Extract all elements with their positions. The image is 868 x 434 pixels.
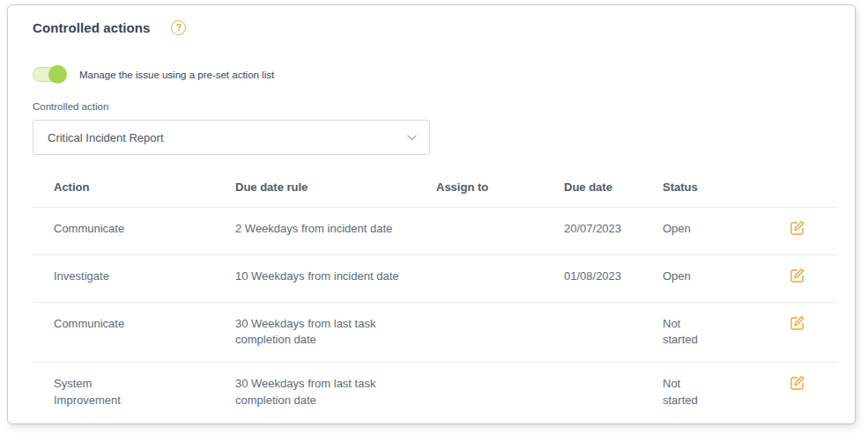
cell-due-date-rule: 10 Weekdays from incident date: [235, 254, 436, 302]
cell-due-date: 01/08/2023: [564, 254, 663, 302]
toggle-row: Manage the issue using a pre-set action …: [33, 67, 835, 82]
table-row: Communicate 2 Weekdays from incident dat…: [33, 207, 838, 254]
cell-assign-to: [436, 254, 564, 302]
cell-status: Open: [663, 207, 738, 254]
page-title: Controlled actions: [33, 20, 150, 35]
cell-action: Investigate: [33, 254, 235, 302]
col-header-action: Action: [33, 166, 235, 207]
edit-action-button[interactable]: [789, 219, 805, 236]
cell-action: Communicate: [33, 302, 235, 363]
cell-edit: [738, 207, 838, 254]
table-row: System Improvement 30 Weekdays from last…: [33, 363, 838, 423]
edit-icon: [789, 219, 805, 236]
edit-action-button[interactable]: [789, 314, 805, 331]
edit-action-button[interactable]: [789, 374, 805, 391]
cell-assign-to: [436, 302, 564, 363]
cell-action: System Improvement: [33, 363, 235, 423]
cell-status: Open: [663, 254, 738, 302]
edit-icon: [789, 374, 805, 391]
col-header-status: Status: [663, 166, 738, 207]
cell-due-date: 20/07/2023: [564, 207, 663, 254]
help-circle-icon[interactable]: ?: [171, 20, 186, 35]
panel-header: Controlled actions ?: [33, 20, 835, 35]
chevron-down-icon: [407, 135, 417, 141]
cell-assign-to: [436, 363, 564, 423]
cell-edit: [738, 363, 838, 423]
selected-value: Critical Incident Report: [48, 131, 164, 144]
cell-status: Not started: [663, 302, 738, 363]
controlled-actions-panel: Controlled actions ? Manage the issue us…: [7, 4, 856, 424]
controlled-action-label: Controlled action: [33, 101, 835, 112]
cell-edit: [738, 254, 838, 302]
preset-action-list-toggle[interactable]: [33, 67, 66, 82]
cell-status: Not started: [663, 363, 738, 423]
cell-action: Communicate: [33, 207, 235, 254]
actions-table: Action Due date rule Assign to Due date …: [33, 166, 838, 423]
col-header-due-date: Due date: [564, 166, 663, 207]
table-row: Investigate 10 Weekdays from incident da…: [33, 254, 838, 302]
cell-due-date-rule: 2 Weekdays from incident date: [235, 207, 436, 254]
toggle-label: Manage the issue using a pre-set action …: [79, 70, 274, 80]
col-header-due-date-rule: Due date rule: [235, 166, 436, 207]
cell-due-date-rule: 30 Weekdays from last task completion da…: [235, 363, 436, 423]
table-header-row: Action Due date rule Assign to Due date …: [33, 166, 838, 207]
cell-due-date: [564, 302, 663, 363]
cell-due-date-rule: 30 Weekdays from last task completion da…: [235, 302, 436, 363]
edit-icon: [789, 267, 805, 283]
edit-action-button[interactable]: [789, 267, 805, 283]
cell-assign-to: [436, 207, 564, 254]
cell-due-date: [564, 363, 663, 423]
controlled-action-select[interactable]: Critical Incident Report: [33, 120, 430, 155]
col-header-assign-to: Assign to: [436, 166, 564, 207]
col-header-actions: [738, 166, 838, 207]
table-row: Communicate 30 Weekdays from last task c…: [33, 302, 838, 363]
edit-icon: [789, 314, 805, 331]
toggle-knob: [48, 65, 67, 84]
cell-edit: [738, 302, 838, 363]
